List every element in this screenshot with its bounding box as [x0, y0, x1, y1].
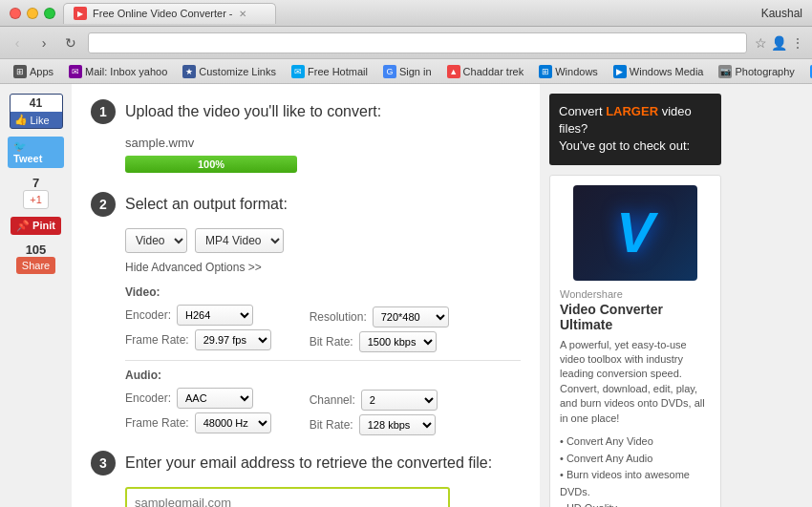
- feature3: • Burn videos into awesome DVDs.: [560, 467, 711, 500]
- product-box: V Wondershare Video Converter Ultimate A…: [549, 175, 721, 507]
- right-sidebar: Convert LARGER video files? You've got t…: [540, 84, 731, 507]
- tab-close-icon[interactable]: ✕: [239, 9, 246, 19]
- video-encoder-select[interactable]: H264: [177, 305, 253, 326]
- pinterest-button[interactable]: 📌 Pinit: [11, 217, 61, 235]
- bookmark-wmedia[interactable]: ▶ Windows Media: [608, 63, 710, 80]
- step3-number: 3: [91, 451, 116, 475]
- address-bar: ‹ › ↻ www.free-videoconverter.com ☆ 👤 ⋮: [0, 27, 812, 59]
- bookmark-hotmail-label: Free Hotmail: [308, 66, 368, 77]
- step1-content: sample.wmv 100%: [125, 136, 521, 173]
- bookmark-windows[interactable]: ⊞ Windows: [533, 63, 604, 80]
- audio-encoder-select[interactable]: AAC: [177, 388, 253, 409]
- minimize-button[interactable]: [27, 8, 38, 19]
- channel-select[interactable]: 2: [361, 390, 438, 411]
- forward-button[interactable]: ›: [34, 33, 53, 53]
- chaddar-icon: ▲: [447, 65, 460, 78]
- audio-framerate-select[interactable]: 48000 Hz: [195, 412, 271, 433]
- step1-header: 1 Upload the video you'll like to conver…: [91, 99, 521, 124]
- ad-banner: Convert LARGER video files? You've got t…: [549, 94, 721, 165]
- ad-banner-text: Convert LARGER video files? You've got t…: [559, 103, 712, 156]
- close-button[interactable]: [10, 8, 21, 19]
- maximize-button[interactable]: [44, 8, 55, 19]
- fb-icon: 👍: [14, 114, 28, 126]
- reload-button[interactable]: ↻: [61, 33, 80, 53]
- bookmark-apps-label: Apps: [30, 66, 53, 77]
- back-button[interactable]: ‹: [8, 33, 27, 53]
- frame-rate-label: Frame Rate:: [125, 333, 189, 347]
- fb-count: 41: [11, 95, 62, 112]
- progress-bar-bg: 100%: [125, 156, 297, 173]
- product-brand: Wondershare: [560, 288, 711, 300]
- hide-advanced-toggle[interactable]: Hide Advanced Options >>: [125, 261, 521, 274]
- step1-number: 1: [91, 99, 116, 124]
- audio-bitrate-label: Bit Rate:: [310, 418, 353, 432]
- address-input[interactable]: www.free-videoconverter.com: [88, 32, 747, 53]
- feature4: • HD Quality: [560, 500, 711, 507]
- pin-label: Pinit: [32, 220, 55, 231]
- content-area: 1 Upload the video you'll like to conver…: [72, 84, 540, 507]
- user-icon[interactable]: 👤: [771, 35, 787, 51]
- resolution-select[interactable]: 720*480: [373, 306, 449, 327]
- bookmark-wmedia-label: Windows Media: [630, 66, 704, 77]
- video-frame-rate-select[interactable]: 29.97 fps: [195, 329, 271, 350]
- bookmark-hotmail[interactable]: ✉ Free Hotmail: [286, 63, 374, 80]
- share-button[interactable]: Share: [16, 257, 55, 274]
- twitter-button[interactable]: 🐦 Tweet: [8, 137, 64, 168]
- audio-bitrate-select[interactable]: 128 kbps: [359, 414, 436, 435]
- ad-banner-prefix: Convert: [559, 104, 606, 118]
- tab-favicon: ▶: [74, 7, 87, 20]
- progress-label: 100%: [198, 158, 224, 170]
- bookmark-signin[interactable]: G Sign in: [377, 63, 438, 80]
- share-label: Share: [22, 260, 50, 271]
- hotmail-icon: ✉: [291, 65, 305, 78]
- step3-title: Enter your email address to retrieve the…: [125, 454, 492, 472]
- format-codec-select[interactable]: MP4 Video: [195, 228, 284, 253]
- share-count: 105: [16, 243, 55, 257]
- star-icon[interactable]: ☆: [755, 35, 767, 51]
- bookmark-customize[interactable]: ★ Customize Links: [177, 63, 282, 80]
- mail-icon: ✉: [69, 65, 82, 78]
- audio-options-row: Audio: Encoder: AAC Frame Rate: 48000 Hz: [125, 369, 521, 435]
- email-input[interactable]: [125, 487, 450, 507]
- bookmark-photo[interactable]: 📷 Photography: [713, 63, 800, 80]
- audio-encoder-label: Encoder:: [125, 391, 171, 405]
- bookmark-windows-label: Windows: [555, 66, 598, 77]
- bookmark-mail[interactable]: ✉ Mail: Inbox yahoo: [63, 63, 173, 80]
- gplus-button[interactable]: +1: [23, 190, 49, 209]
- bookmark-apps[interactable]: ⊞ Apps: [8, 63, 59, 80]
- channel-label: Channel:: [310, 393, 355, 407]
- wmedia-icon: ▶: [613, 65, 627, 78]
- title-bar: ▶ Free Online Video Converter - ✕ Kausha…: [0, 0, 812, 27]
- social-sidebar: 41 👍 Like 🐦 Tweet 7 +1 📌 Pinit 105: [0, 84, 72, 507]
- step2-title: Select an output format:: [125, 196, 288, 213]
- product-v-logo: V: [616, 200, 654, 265]
- facebook-button[interactable]: 41 👍 Like: [10, 94, 63, 129]
- encoder-field: Encoder: H264: [125, 305, 271, 326]
- bookmark-ie[interactable]: e Imported From IE: [804, 63, 812, 80]
- bookmark-chaddar-label: Chaddar trek: [463, 66, 524, 77]
- bookmark-customize-label: Customize Links: [199, 66, 276, 77]
- filename: sample.wmv: [125, 136, 521, 150]
- step3-header: 3 Enter your email address to retrieve t…: [91, 451, 521, 475]
- product-features: • Convert Any Video • Convert Any Audio …: [560, 433, 711, 507]
- bookmarks-bar: ⊞ Apps ✉ Mail: Inbox yahoo ★ Customize L…: [0, 59, 812, 84]
- user-name: Kaushal: [761, 7, 802, 20]
- windows-icon: ⊞: [539, 65, 552, 78]
- adv-divider: [125, 360, 521, 361]
- step3-content: Note: You'll receive an email with the d…: [125, 487, 521, 507]
- bookmark-mail-label: Mail: Inbox yahoo: [85, 66, 167, 77]
- video-bitrate-select[interactable]: 1500 kbps: [359, 331, 437, 352]
- menu-icon[interactable]: ⋮: [791, 35, 804, 51]
- audio-framerate-field: Frame Rate: 48000 Hz: [125, 412, 271, 433]
- address-icons: ☆ 👤 ⋮: [755, 35, 804, 51]
- frame-rate-field: Frame Rate: 29.97 fps: [125, 329, 271, 350]
- progress-bar-fill: 100%: [125, 156, 297, 173]
- browser-tab[interactable]: ▶ Free Online Video Converter - ✕: [63, 3, 276, 24]
- ad-banner-sub: You've got to check out:: [559, 138, 690, 153]
- bookmark-chaddar[interactable]: ▲ Chaddar trek: [441, 63, 530, 80]
- fb-like-btn[interactable]: 👍 Like: [11, 112, 62, 128]
- channel-field: Channel: 2: [310, 390, 438, 411]
- video-bitrate-field: Bit Rate: 1500 kbps: [310, 331, 449, 352]
- bookmark-photo-label: Photography: [735, 66, 794, 77]
- format-type-select[interactable]: Video: [125, 228, 187, 253]
